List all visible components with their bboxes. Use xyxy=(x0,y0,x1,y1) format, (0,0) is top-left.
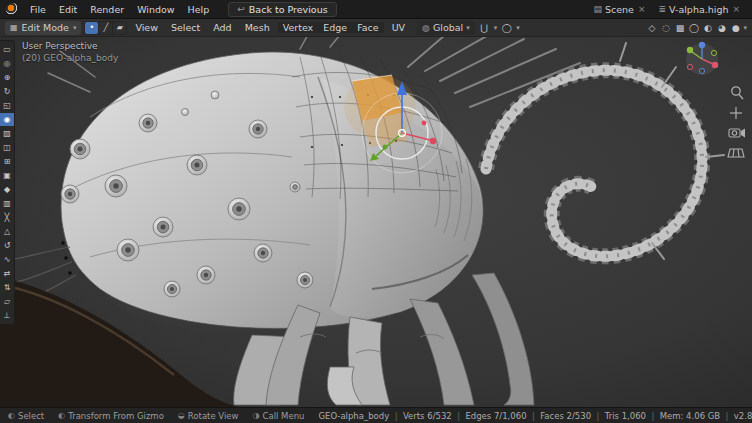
hint-select-label: Select xyxy=(18,411,44,421)
hint-select: ◐ Select xyxy=(8,411,44,421)
tool-shelf: ▭ ◎ ⊕ ↻ ◱ ◉ ▨ ◫ ⊞ ▣ ◆ ▥ ╳ △ ↺ ∿ ⇄ ⇅ ▱ ⊥ xyxy=(0,40,15,325)
mouse-right-icon: ◑ xyxy=(253,411,260,420)
blender-window: { "topbar": { "menus": [ {"label": "File… xyxy=(0,0,752,423)
mode-label: Edit Mode xyxy=(22,22,69,33)
tool-measure-icon[interactable]: ◫ xyxy=(0,141,14,154)
stat-faces: Faces 2/530 xyxy=(527,411,592,421)
stat-version: v2.80.74 xyxy=(720,411,752,421)
view-layer-unlink-icon[interactable]: × xyxy=(731,4,741,14)
globe-icon: ◍ xyxy=(422,23,430,33)
tool-smooth-icon[interactable]: ∿ xyxy=(0,253,14,266)
component-menu-group: Vertex Edge Face xyxy=(278,22,384,33)
shading-dropdown-icon[interactable]: ▾ xyxy=(743,24,747,32)
scene-selector[interactable]: ▤ Scene × xyxy=(588,2,651,17)
orientation-label: Global xyxy=(433,22,463,33)
menu-add[interactable]: Add xyxy=(208,22,236,33)
hint-transform-label: Transform From Gizmo xyxy=(68,411,164,421)
tool-shear-icon[interactable]: ▱ xyxy=(0,295,14,308)
scene-unlink-icon[interactable]: × xyxy=(637,4,647,14)
back-to-previous-label: Back to Previous xyxy=(249,4,328,15)
hint-rotate-view: ◒ Rotate View xyxy=(178,411,239,421)
menu-edit[interactable]: Edit xyxy=(53,3,83,16)
select-mode-edge[interactable]: ╱ xyxy=(99,22,112,34)
show-overlays-icon[interactable]: ◌ xyxy=(659,21,672,35)
menu-help[interactable]: Help xyxy=(182,3,216,16)
snap-dropdown-icon[interactable]: ▾ xyxy=(494,24,498,32)
scene-statistics: GEO-alpha_body Verts 6/532 Edges 7/1,060… xyxy=(318,411,752,421)
transform-orientation-dropdown[interactable]: ◍ Global ▾ xyxy=(417,21,475,35)
statusbar: ◐ Select ◐ Transform From Gizmo ◒ Rotate… xyxy=(0,407,752,423)
menu-face[interactable]: Face xyxy=(352,22,383,33)
blender-logo-icon[interactable] xyxy=(6,3,19,16)
mouse-left-icon: ◐ xyxy=(8,411,15,420)
stat-object-name: GEO-alpha_body xyxy=(318,411,389,421)
topbar-right: ▤ Scene × ≣ V-alpha.high × xyxy=(588,2,746,17)
menu-view[interactable]: View xyxy=(130,22,163,33)
view-layer-selector[interactable]: ≣ V-alpha.high × xyxy=(653,2,746,17)
stat-verts: Verts 6/532 xyxy=(389,411,452,421)
xray-toggle-icon[interactable]: ▩ xyxy=(673,21,686,35)
tool-bevel-icon[interactable]: ◆ xyxy=(0,183,14,196)
view-layer-icon: ≣ xyxy=(658,4,666,14)
tool-rip-region-icon[interactable]: ⊥ xyxy=(0,309,14,322)
tool-annotate-icon[interactable]: ▨ xyxy=(0,127,14,140)
proportional-edit-icon[interactable]: ◯ xyxy=(500,21,513,35)
hint-rotate-label: Rotate View xyxy=(188,411,239,421)
menu-edge[interactable]: Edge xyxy=(318,22,352,33)
shading-wireframe-icon[interactable]: ◯ xyxy=(687,21,700,35)
mode-dropdown[interactable]: ▦ Edit Mode ▾ xyxy=(5,21,81,35)
hint-call-menu: ◑ Call Menu xyxy=(253,411,305,421)
menu-file[interactable]: File xyxy=(24,3,52,16)
tool-scale-icon[interactable]: ◱ xyxy=(0,99,14,112)
shading-rendered-icon[interactable]: ● xyxy=(729,21,742,35)
chevron-down-icon: ▾ xyxy=(466,24,470,32)
viewport-canvas[interactable] xyxy=(0,37,752,407)
menu-vertex[interactable]: Vertex xyxy=(278,22,319,33)
tool-select-box-icon[interactable]: ▭ xyxy=(0,43,14,56)
chevron-down-icon: ▾ xyxy=(73,24,77,32)
tool-rotate-icon[interactable]: ↻ xyxy=(0,85,14,98)
tool-loop-cut-icon[interactable]: ▥ xyxy=(0,197,14,210)
select-mode-group: • ╱ ▰ xyxy=(84,21,127,35)
topbar: File Edit Render Window Help ↩ Back to P… xyxy=(0,0,752,19)
snap-magnet-icon[interactable]: ⋃ xyxy=(478,21,491,35)
tool-cursor-icon[interactable]: ◎ xyxy=(0,57,14,70)
back-icon: ↩ xyxy=(237,4,245,14)
stat-memory: Mem: 4.06 GB xyxy=(646,411,720,421)
viewport-header-right: ◇ ◌ ▩ ◯ ◐ ◕ ● ▾ xyxy=(645,21,747,35)
viewport-header: ▦ Edit Mode ▾ • ╱ ▰ View Select Add Mesh… xyxy=(0,19,752,37)
tool-extrude-region-icon[interactable]: ⊞ xyxy=(0,155,14,168)
tool-inset-faces-icon[interactable]: ▣ xyxy=(0,169,14,182)
stat-edges: Edges 7/1,060 xyxy=(452,411,527,421)
3d-viewport[interactable]: ▭ ◎ ⊕ ↻ ◱ ◉ ▨ ◫ ⊞ ▣ ◆ ▥ ╳ △ ↺ ∿ ⇄ ⇅ ▱ ⊥ … xyxy=(0,37,752,407)
select-mode-face[interactable]: ▰ xyxy=(113,22,126,34)
menu-select[interactable]: Select xyxy=(166,22,205,33)
stat-tris: Tris 1,060 xyxy=(591,411,646,421)
proportional-dropdown-icon[interactable]: ▾ xyxy=(516,24,520,32)
edit-mode-icon: ▦ xyxy=(10,23,18,32)
shading-solid-icon[interactable]: ◐ xyxy=(701,21,714,35)
back-to-previous-button[interactable]: ↩ Back to Previous xyxy=(228,2,336,17)
menu-uv[interactable]: UV xyxy=(387,22,410,33)
tool-spin-icon[interactable]: ↺ xyxy=(0,239,14,252)
mouse-middle-icon: ◒ xyxy=(178,411,185,420)
select-mode-vertex[interactable]: • xyxy=(85,22,98,34)
tool-edge-slide-icon[interactable]: ⇄ xyxy=(0,267,14,280)
tool-shrink-fatten-icon[interactable]: ⇅ xyxy=(0,281,14,294)
scene-name: Scene xyxy=(605,4,634,15)
tool-knife-icon[interactable]: ╳ xyxy=(0,211,14,224)
tool-poly-build-icon[interactable]: △ xyxy=(0,225,14,238)
tool-move-icon[interactable]: ⊕ xyxy=(0,71,14,84)
menu-mesh[interactable]: Mesh xyxy=(240,22,275,33)
show-gizmo-icon[interactable]: ◇ xyxy=(645,21,658,35)
menu-render[interactable]: Render xyxy=(84,3,130,16)
shading-material-icon[interactable]: ◕ xyxy=(715,21,728,35)
hint-transform-gizmo: ◐ Transform From Gizmo xyxy=(58,411,164,421)
view-layer-name: V-alpha.high xyxy=(669,4,728,15)
scene-icon: ▤ xyxy=(593,4,602,14)
mouse-left-drag-icon: ◐ xyxy=(58,411,65,420)
tool-transform-icon[interactable]: ◉ xyxy=(0,113,14,126)
hint-call-menu-label: Call Menu xyxy=(263,411,305,421)
menu-window[interactable]: Window xyxy=(131,3,180,16)
